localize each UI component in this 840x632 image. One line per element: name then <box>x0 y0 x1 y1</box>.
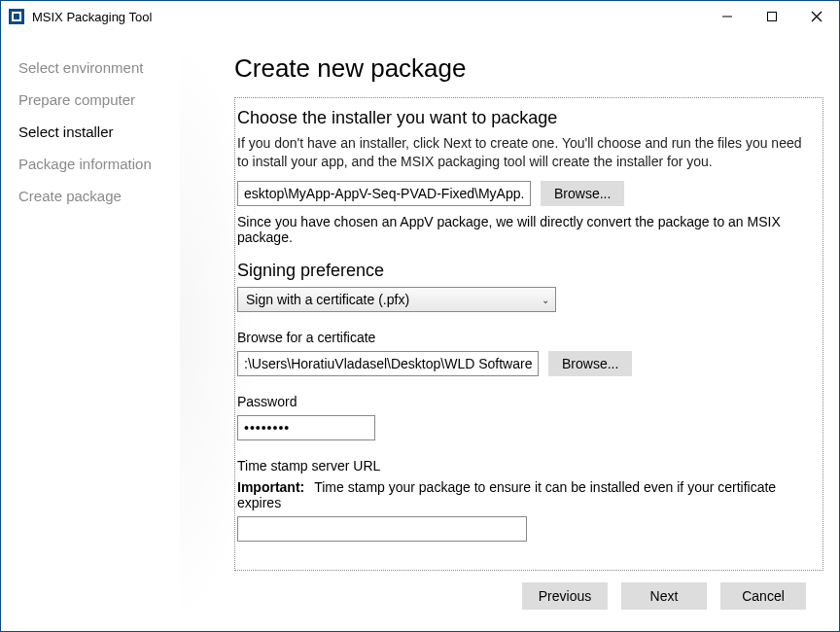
close-button[interactable] <box>794 1 839 32</box>
next-button[interactable]: Next <box>621 582 707 610</box>
footer: Previous Next Cancel <box>234 571 823 621</box>
important-text: Time stamp your package to ensure it can… <box>237 479 776 510</box>
svg-rect-2 <box>14 14 19 19</box>
password-row <box>237 415 815 440</box>
window-title: MSIX Packaging Tool <box>32 10 152 24</box>
appv-note: Since you have chosen an AppV package, w… <box>237 214 815 245</box>
cancel-button[interactable]: Cancel <box>720 582 806 610</box>
important-label: Important: <box>237 479 304 495</box>
svg-rect-4 <box>768 13 777 21</box>
browse-cert-label: Browse for a certificate <box>237 330 815 345</box>
maximize-button[interactable] <box>750 1 794 32</box>
installer-path-input[interactable] <box>237 181 531 206</box>
sidebar-item-package-information[interactable]: Package information <box>18 156 201 172</box>
timestamp-url-input[interactable] <box>237 516 527 542</box>
minimize-button[interactable] <box>705 1 750 32</box>
page-title: Create new package <box>234 53 823 84</box>
main-panel: Create new package Choose the installer … <box>219 32 839 631</box>
signing-preference-value: Sign with a certificate (.pfx) <box>246 292 409 307</box>
body: Select environment Prepare computer Sele… <box>1 32 839 631</box>
sidebar-item-create-package[interactable]: Create package <box>18 188 201 204</box>
certificate-path-input[interactable] <box>237 351 539 376</box>
previous-button[interactable]: Previous <box>522 582 608 610</box>
installer-description: If you don't have an installer, click Ne… <box>237 134 815 171</box>
close-icon <box>811 11 822 22</box>
app-icon <box>9 9 24 24</box>
app-window: MSIX Packaging Tool Select environment P… <box>0 0 840 632</box>
sidebar-item-prepare-computer[interactable]: Prepare computer <box>18 91 201 108</box>
titlebar: MSIX Packaging Tool <box>1 1 839 32</box>
timestamp-row <box>237 516 815 542</box>
maximize-icon <box>766 11 778 22</box>
sidebar-item-select-environment[interactable]: Select environment <box>18 59 201 76</box>
minimize-icon <box>721 11 733 22</box>
chevron-down-icon: ⌄ <box>542 294 549 304</box>
sidebar: Select environment Prepare computer Sele… <box>1 32 219 631</box>
password-input[interactable] <box>237 415 375 440</box>
timestamp-label: Time stamp server URL <box>237 458 815 474</box>
sidebar-item-select-installer[interactable]: Select installer <box>18 123 201 140</box>
password-label: Password <box>237 394 815 409</box>
signing-preference-dropdown[interactable]: Sign with a certificate (.pfx) ⌄ <box>237 287 556 312</box>
browse-installer-button[interactable]: Browse... <box>541 181 624 206</box>
window-controls <box>705 1 839 32</box>
cert-path-row: Browse... <box>237 351 815 376</box>
signing-section-title: Signing preference <box>237 261 815 281</box>
browse-certificate-button[interactable]: Browse... <box>548 351 632 376</box>
installer-path-row: Browse... <box>237 181 815 206</box>
timestamp-important: Important:Time stamp your package to ens… <box>237 479 815 510</box>
content-box: Choose the installer you want to package… <box>234 97 823 571</box>
installer-section-title: Choose the installer you want to package <box>237 108 815 128</box>
